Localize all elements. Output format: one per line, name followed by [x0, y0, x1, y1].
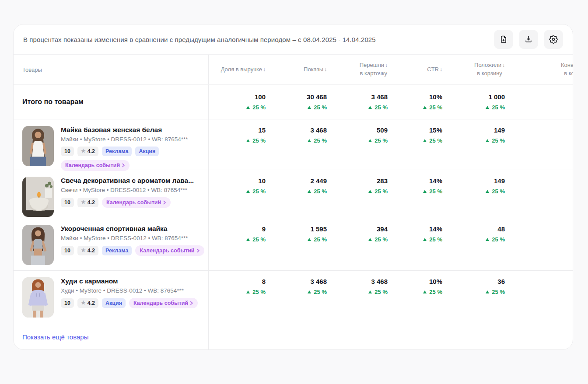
period-comparison-note: В процентах показаны изменения в сравнен… — [23, 36, 494, 43]
star-icon: ★ — [81, 148, 86, 155]
calendar-events-badge[interactable]: Календарь событий — [129, 298, 198, 308]
cell-add-to-cart: 36 25 % — [457, 271, 520, 323]
product-image — [22, 177, 54, 217]
sort-desc-icon: ↓ — [263, 66, 266, 73]
change-up-icon — [246, 190, 250, 193]
cell-impressions: 3 468 25 % — [280, 271, 342, 323]
cell-add-to-cart: 149 25 % — [457, 119, 520, 171]
change-up-icon — [368, 190, 372, 193]
change-up-icon — [308, 139, 311, 142]
chevron-right-icon — [163, 200, 166, 205]
rating-badge: ★4.2 — [77, 147, 98, 156]
change-up-icon — [423, 190, 427, 193]
add-report-button[interactable] — [494, 30, 513, 49]
table-row[interactable]: Укороченная спортивная майка Майки • MyS… — [14, 218, 573, 271]
column-header-impressions[interactable]: Показы↓ — [280, 55, 342, 84]
cell-ctr: 10% 25 % — [402, 85, 457, 119]
product-info: Майка базовая женская белая Майки • MySt… — [61, 126, 188, 171]
column-header-add-to-cart[interactable]: Положили↓в корзину — [457, 55, 520, 84]
column-header-cart-conversion[interactable]: Конверсия↓в корзину — [520, 55, 573, 84]
sort-desc-icon: ↓ — [440, 66, 442, 73]
tag-badge-promo: Акция — [102, 298, 126, 308]
tag-badge-ads: Реклама — [102, 147, 132, 156]
change-up-icon — [486, 106, 489, 109]
product-title: Худи с карманом — [61, 277, 198, 285]
column-header-ctr[interactable]: CTR↓ — [402, 55, 457, 84]
column-header-products: Товары — [14, 55, 209, 84]
table-footer-row: Показать ещё товары — [14, 323, 573, 350]
sort-desc-icon: ↓ — [385, 62, 388, 68]
cell-revenue-share: 10 25 % — [209, 170, 280, 218]
quantity-badge: 10 — [61, 246, 74, 255]
sort-desc-icon: ↓ — [502, 62, 505, 68]
download-button[interactable] — [519, 30, 538, 49]
product-meta: Худи • MyStore • DRESS-0012 • WB: 87654*… — [61, 287, 198, 294]
product-info: Худи с карманом Худи • MyStore • DRESS-0… — [61, 277, 198, 318]
column-header-card-visits[interactable]: Перешли↓в карточку — [342, 55, 402, 84]
change-up-icon — [308, 190, 311, 193]
change-up-icon — [308, 290, 311, 293]
change-up-icon — [423, 290, 427, 293]
change-up-icon — [246, 139, 250, 142]
cell-impressions: 1 595 25 % — [280, 218, 342, 270]
totals-row: Итого по товарам 100 25 % 30 468 25 % 3 … — [14, 85, 573, 119]
calendar-events-badge[interactable]: Календарь событий — [135, 245, 204, 256]
change-up-icon — [486, 238, 489, 241]
cell-revenue-share: 9 25 % — [209, 218, 280, 270]
product-title: Майка базовая женская белая — [61, 126, 188, 134]
star-icon: ★ — [81, 199, 86, 206]
cell-cart-conversion — [520, 170, 573, 218]
change-up-icon — [368, 290, 372, 293]
cell-ctr: 15% 25 % — [402, 119, 457, 171]
analytics-card: В процентах показаны изменения в сравнен… — [13, 24, 573, 350]
cell-revenue-share: 8 25 % — [209, 271, 280, 323]
table-row[interactable]: Худи с карманом Худи • MyStore • DRESS-0… — [14, 271, 573, 323]
product-meta: Майки • MyStore • DRESS-0012 • WB: 87654… — [61, 235, 204, 241]
quantity-badge: 10 — [61, 298, 74, 308]
toolbar — [494, 30, 563, 49]
change-up-icon — [368, 106, 372, 109]
cell-ctr: 14% 25 % — [402, 218, 457, 270]
change-up-icon — [308, 106, 311, 109]
column-header-revenue-share[interactable]: Доля в выручке↓ — [209, 55, 280, 84]
cell-add-to-cart: 149 25 % — [457, 170, 520, 218]
product-image — [22, 277, 54, 318]
quantity-badge: 10 — [61, 198, 74, 207]
cell-revenue-share: 100 25 % — [209, 85, 280, 119]
cell-card-visits: 3 468 25 % — [342, 271, 402, 323]
table-row[interactable]: Свеча декоративная с ароматом лава... Св… — [14, 170, 573, 218]
info-bar: В процентах показаны изменения в сравнен… — [14, 24, 573, 54]
cell-impressions: 3 468 25 % — [280, 119, 342, 171]
show-more-link[interactable]: Показать ещё товары — [22, 333, 88, 341]
cell-revenue-share: 15 25 % — [209, 119, 280, 171]
cell-cart-conversion — [520, 85, 573, 119]
change-up-icon — [368, 238, 372, 241]
calendar-events-badge[interactable]: Календарь событий — [102, 197, 171, 208]
change-up-icon — [423, 238, 427, 241]
change-up-icon — [423, 139, 427, 142]
table-row[interactable]: Майка базовая женская белая Майки • MySt… — [14, 119, 573, 170]
gear-icon — [549, 35, 558, 44]
calendar-events-badge[interactable]: Календарь событий — [61, 160, 130, 171]
change-up-icon — [368, 139, 372, 142]
change-up-icon — [423, 106, 427, 109]
cell-impressions: 30 468 25 % — [280, 85, 342, 119]
star-icon: ★ — [81, 247, 86, 254]
totals-label: Итого по товарам — [22, 98, 84, 106]
file-plus-icon — [499, 35, 508, 44]
cell-card-visits: 394 25 % — [342, 218, 402, 270]
cell-impressions: 2 449 25 % — [280, 170, 342, 218]
cell-cart-conversion — [520, 271, 573, 323]
tag-badge-promo: Акция — [135, 147, 159, 156]
change-up-icon — [246, 290, 250, 293]
rating-badge: ★4.2 — [77, 246, 98, 255]
sort-desc-icon: ↓ — [324, 66, 327, 73]
settings-button[interactable] — [544, 30, 563, 49]
product-title: Свеча декоративная с ароматом лава... — [61, 177, 194, 185]
chevron-right-icon — [196, 248, 200, 253]
cell-card-visits: 283 25 % — [342, 170, 402, 218]
product-info: Укороченная спортивная майка Майки • MyS… — [61, 225, 204, 265]
rating-badge: ★4.2 — [77, 298, 98, 308]
download-icon — [524, 35, 533, 44]
cell-cart-conversion — [520, 119, 573, 171]
